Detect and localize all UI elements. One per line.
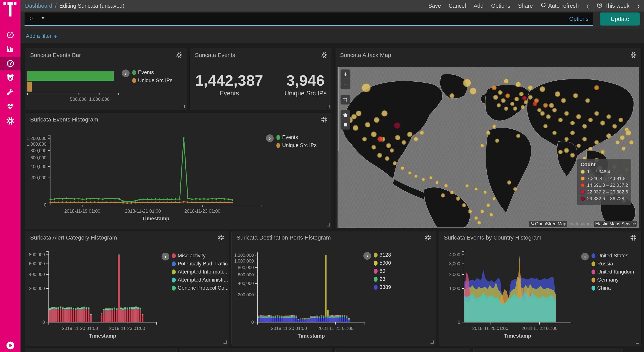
- attack-dot[interactable]: [382, 110, 388, 116]
- sidebar-item-management[interactable]: [0, 114, 20, 128]
- attack-dot[interactable]: [456, 197, 460, 201]
- attack-dot[interactable]: [372, 145, 376, 149]
- attack-dot[interactable]: [528, 95, 533, 100]
- legend-toggle-icon[interactable]: ›: [364, 252, 371, 260]
- legend-item[interactable]: Potentially Bad Traffic: [172, 261, 229, 267]
- legend-toggle-icon[interactable]: ›: [581, 253, 589, 260]
- attack-dot[interactable]: [606, 114, 611, 119]
- attack-dot[interactable]: [506, 93, 510, 98]
- attack-dot[interactable]: [552, 108, 557, 112]
- rectangle-tool-icon[interactable]: [340, 120, 350, 129]
- openstreetmap-link[interactable]: © OpenStreetMap: [530, 221, 567, 227]
- breadcrumb-dashboard-link[interactable]: Dashboard: [25, 3, 52, 9]
- auto-refresh-button[interactable]: Auto-refresh: [540, 2, 579, 10]
- t-mobile-logo[interactable]: [4, 2, 17, 17]
- attack-dot[interactable]: [582, 137, 587, 141]
- attack-dot[interactable]: [544, 124, 548, 128]
- legend-item[interactable]: Generic Protocol Co...: [172, 285, 229, 291]
- attack-dot[interactable]: [600, 150, 605, 154]
- resize-handle[interactable]: [636, 340, 639, 343]
- attack-dot[interactable]: [625, 130, 631, 136]
- attack-dot[interactable]: [606, 133, 611, 138]
- legend-item[interactable]: Unique Src IPs: [132, 78, 172, 83]
- attack-dot[interactable]: [612, 124, 617, 129]
- attack-dot[interactable]: [377, 153, 382, 158]
- attack-dot[interactable]: [558, 150, 563, 154]
- attack-dot[interactable]: [513, 106, 517, 111]
- attack-dot[interactable]: [474, 216, 478, 220]
- attack-dot[interactable]: [408, 171, 412, 175]
- attack-dot[interactable]: [570, 153, 575, 157]
- attack-dot[interactable]: [386, 143, 391, 148]
- attack-dot[interactable]: [576, 143, 581, 148]
- attack-dot[interactable]: [501, 98, 506, 103]
- attack-dot[interactable]: [385, 156, 390, 161]
- attack-dot[interactable]: [465, 184, 469, 188]
- attack-dot[interactable]: [564, 148, 569, 153]
- attack-dot[interactable]: [435, 181, 439, 185]
- attack-dot[interactable]: [356, 111, 362, 116]
- attack-dot[interactable]: [402, 140, 406, 145]
- attack-dot[interactable]: [365, 122, 370, 127]
- attack-dot[interactable]: [496, 103, 501, 107]
- attack-dot[interactable]: [570, 130, 575, 135]
- resize-handle[interactable]: [327, 105, 330, 108]
- panel-gear-icon[interactable]: [321, 52, 328, 59]
- share-button[interactable]: Share: [518, 3, 533, 9]
- legend-item[interactable]: Attempted Informati...: [172, 269, 229, 275]
- save-button[interactable]: Save: [428, 3, 441, 9]
- attack-dot[interactable]: [540, 86, 545, 92]
- time-range-button[interactable]: This week: [597, 2, 630, 10]
- attack-dot[interactable]: [504, 106, 508, 111]
- attack-dot[interactable]: [540, 111, 545, 116]
- attack-dot[interactable]: [552, 131, 556, 135]
- attack-dot[interactable]: [616, 140, 620, 145]
- polygon-tool-icon[interactable]: [340, 110, 350, 120]
- attack-dot[interactable]: [594, 111, 599, 116]
- attack-dot[interactable]: [564, 137, 569, 141]
- legend-item[interactable]: Events: [132, 70, 172, 75]
- attack-dot[interactable]: [390, 148, 394, 152]
- attack-dot[interactable]: [486, 130, 490, 135]
- sidebar-item-discover[interactable]: [0, 28, 20, 42]
- attack-dot[interactable]: [555, 91, 560, 97]
- attack-dot[interactable]: [585, 98, 590, 103]
- attack-dot[interactable]: [564, 111, 569, 116]
- options-button[interactable]: Options: [491, 3, 510, 9]
- attack-dot[interactable]: [618, 118, 623, 122]
- attack-dot[interactable]: [528, 85, 533, 90]
- attack-dot[interactable]: [620, 135, 625, 140]
- resize-handle[interactable]: [224, 340, 226, 343]
- attack-dot[interactable]: [582, 124, 587, 129]
- attack-dot[interactable]: [362, 137, 367, 141]
- resize-handle[interactable]: [327, 223, 330, 227]
- sidebar-item-dev-tools[interactable]: [0, 85, 20, 99]
- attack-dot[interactable]: [407, 132, 412, 137]
- attack-dot[interactable]: [519, 92, 524, 96]
- resize-handle[interactable]: [182, 105, 185, 108]
- attack-dot[interactable]: [441, 193, 445, 198]
- attack-dot[interactable]: [477, 221, 481, 225]
- attack-dot[interactable]: [524, 100, 528, 104]
- attack-dot[interactable]: [588, 147, 593, 151]
- attack-dot[interactable]: [513, 187, 517, 191]
- attack-dot[interactable]: [561, 98, 566, 103]
- legend-item[interactable]: United States: [592, 253, 634, 259]
- attack-dot[interactable]: [573, 93, 578, 98]
- attack-dot[interactable]: [492, 197, 496, 201]
- attack-dot[interactable]: [422, 178, 425, 181]
- panel-title[interactable]: Suricata Events: [195, 52, 235, 58]
- world-map[interactable]: + − Count 1 – 7,346.47,346.4 – 14,691.81…: [338, 67, 639, 228]
- attack-dot[interactable]: [420, 130, 424, 135]
- legend-item[interactable]: Germany: [592, 277, 634, 283]
- resize-handle[interactable]: [636, 223, 639, 227]
- panel-title[interactable]: Suricata Attack Map: [340, 52, 391, 58]
- attack-dot[interactable]: [462, 203, 466, 207]
- attack-dot[interactable]: [444, 184, 448, 188]
- zoom-in-button[interactable]: +: [340, 70, 350, 79]
- attack-dot[interactable]: [492, 85, 496, 90]
- attack-dot[interactable]: [374, 117, 380, 123]
- attack-dot[interactable]: [394, 122, 400, 129]
- attack-dot[interactable]: [362, 83, 371, 92]
- time-back-chevron-icon[interactable]: ‹: [586, 3, 589, 9]
